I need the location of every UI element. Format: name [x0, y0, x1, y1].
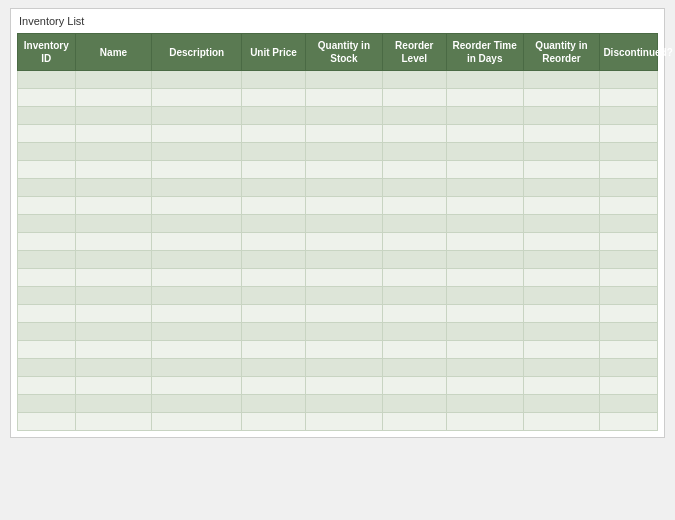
table-cell [523, 107, 600, 125]
table-row [18, 395, 658, 413]
table-cell [600, 359, 658, 377]
table-cell [523, 377, 600, 395]
table-cell [523, 197, 600, 215]
table-cell [523, 143, 600, 161]
table-cell [152, 305, 242, 323]
table-cell [382, 125, 446, 143]
table-cell [600, 341, 658, 359]
table-cell [446, 377, 523, 395]
table-cell [382, 233, 446, 251]
table-cell [305, 215, 382, 233]
table-row [18, 233, 658, 251]
table-cell [523, 89, 600, 107]
table-cell [305, 413, 382, 431]
table-cell [241, 377, 305, 395]
table-cell [382, 71, 446, 89]
table-cell [305, 377, 382, 395]
table-cell [600, 89, 658, 107]
table-cell [382, 179, 446, 197]
table-row [18, 179, 658, 197]
col-header-description: Description [152, 34, 242, 71]
table-cell [152, 359, 242, 377]
table-cell [75, 125, 152, 143]
table-cell [305, 89, 382, 107]
table-cell [241, 413, 305, 431]
table-cell [382, 269, 446, 287]
table-cell [152, 251, 242, 269]
table-cell [523, 395, 600, 413]
table-cell [152, 395, 242, 413]
table-cell [446, 179, 523, 197]
table-cell [241, 215, 305, 233]
table-cell [305, 251, 382, 269]
table-cell [18, 323, 76, 341]
table-row [18, 89, 658, 107]
table-row [18, 161, 658, 179]
table-cell [305, 125, 382, 143]
table-cell [382, 341, 446, 359]
table-cell [382, 413, 446, 431]
table-cell [75, 359, 152, 377]
table-cell [600, 107, 658, 125]
table-cell [382, 107, 446, 125]
table-row [18, 71, 658, 89]
table-cell [75, 89, 152, 107]
table-cell [75, 341, 152, 359]
table-cell [523, 215, 600, 233]
table-cell [241, 341, 305, 359]
table-cell [305, 143, 382, 161]
inventory-container: Inventory List Inventory ID Name Descrip… [10, 8, 665, 438]
table-cell [446, 305, 523, 323]
table-cell [241, 71, 305, 89]
table-cell [75, 377, 152, 395]
table-cell [152, 197, 242, 215]
table-cell [305, 323, 382, 341]
table-cell [152, 269, 242, 287]
table-cell [18, 233, 76, 251]
table-cell [382, 89, 446, 107]
table-cell [446, 161, 523, 179]
table-cell [152, 413, 242, 431]
table-cell [446, 269, 523, 287]
table-cell [241, 89, 305, 107]
table-cell [446, 197, 523, 215]
table-cell [523, 305, 600, 323]
table-cell [523, 251, 600, 269]
table-cell [523, 323, 600, 341]
table-cell [382, 251, 446, 269]
table-cell [600, 233, 658, 251]
table-row [18, 305, 658, 323]
table-cell [600, 179, 658, 197]
table-cell [523, 71, 600, 89]
table-header-row: Inventory ID Name Description Unit Price… [18, 34, 658, 71]
table-cell [152, 341, 242, 359]
table-cell [523, 125, 600, 143]
table-cell [241, 107, 305, 125]
table-cell [600, 323, 658, 341]
table-cell [241, 269, 305, 287]
table-cell [18, 377, 76, 395]
table-row [18, 215, 658, 233]
table-row [18, 197, 658, 215]
table-cell [241, 305, 305, 323]
table-cell [382, 287, 446, 305]
table-cell [600, 287, 658, 305]
table-cell [446, 359, 523, 377]
table-cell [523, 233, 600, 251]
table-row [18, 359, 658, 377]
table-cell [600, 251, 658, 269]
table-cell [600, 125, 658, 143]
table-row [18, 107, 658, 125]
table-cell [75, 107, 152, 125]
table-cell [382, 197, 446, 215]
table-cell [75, 287, 152, 305]
table-row [18, 287, 658, 305]
table-cell [382, 305, 446, 323]
table-cell [75, 323, 152, 341]
table-cell [241, 125, 305, 143]
table-row [18, 143, 658, 161]
col-header-quantity-in-reorder: Quantity in Reorder [523, 34, 600, 71]
col-header-reorder-time-in-days: Reorder Time in Days [446, 34, 523, 71]
table-cell [305, 233, 382, 251]
table-cell [382, 161, 446, 179]
